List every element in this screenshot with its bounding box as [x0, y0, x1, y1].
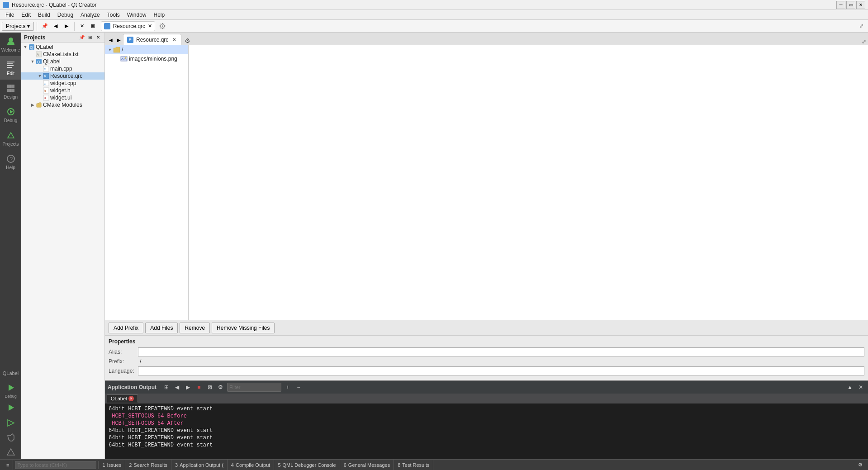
- close-all-button[interactable]: ⊠: [88, 21, 98, 31]
- menu-build[interactable]: Build: [34, 11, 54, 19]
- sidebar-item-projects[interactable]: Projects: [0, 127, 21, 150]
- properties-title: Properties: [109, 338, 864, 345]
- tree-arrow-widget-cpp: [37, 80, 43, 86]
- tree-item-main-cpp[interactable]: c main.cpp: [21, 65, 104, 72]
- add-prefix-button[interactable]: Add Prefix: [109, 323, 143, 333]
- svg-point-33: [125, 57, 127, 59]
- locate-input[interactable]: [15, 461, 96, 469]
- panel-close-btn[interactable]: ✕: [95, 34, 102, 41]
- tree-icon-widget-h: h: [43, 87, 49, 94]
- output-filter-input[interactable]: [227, 383, 281, 392]
- status-settings-btn[interactable]: ⚙: [855, 460, 865, 470]
- close-doc-button[interactable]: ✕: [77, 21, 87, 31]
- tree-item-widget-cpp[interactable]: c widget.cpp: [21, 80, 104, 87]
- output-panel-title: Application Output: [108, 384, 157, 390]
- back-button[interactable]: ◀: [51, 21, 61, 31]
- minimize-button[interactable]: ─: [836, 1, 845, 9]
- output-next-btn[interactable]: ▶: [184, 383, 193, 392]
- status-menu-btn[interactable]: ≡: [3, 460, 13, 470]
- menu-edit[interactable]: Edit: [18, 11, 34, 19]
- sidebar-item-help[interactable]: ? Help: [0, 150, 21, 174]
- tree-item-resource-qrc[interactable]: ▼ R Resource.qrc: [21, 72, 104, 80]
- menu-debug[interactable]: Debug: [54, 11, 77, 19]
- sidebar-item-bottom-1[interactable]: QLabel: [0, 365, 21, 381]
- output-tab-qlabel[interactable]: QLabel ✕: [107, 394, 138, 403]
- tab-resource-qrc[interactable]: R Resource.qrc ✕: [123, 34, 181, 45]
- sidebar-label-welcome: Welcome: [1, 47, 20, 52]
- sidebar-label-help: Help: [6, 165, 15, 170]
- output-to-pane-btn[interactable]: ⊞: [162, 383, 171, 392]
- output-stop-btn[interactable]: ■: [194, 383, 204, 392]
- tree-item-widget-ui[interactable]: u widget.ui: [21, 94, 104, 101]
- restore-button[interactable]: ▭: [846, 1, 855, 9]
- tree-item-cmake-modules[interactable]: ▶ CMake Modules: [21, 101, 104, 109]
- status-tab-general-messages[interactable]: 6 General Messages: [340, 460, 394, 470]
- sidebar-label-projects: Projects: [2, 142, 19, 147]
- status-tab-app-output[interactable]: 3 Application Output (: [171, 460, 228, 470]
- tab-nav-right[interactable]: ▶: [115, 35, 123, 45]
- panel-split-btn[interactable]: ⊞: [86, 34, 94, 41]
- output-tab-qlabel-label: QLabel: [111, 396, 127, 401]
- menu-file[interactable]: File: [2, 11, 18, 19]
- alias-input[interactable]: [138, 347, 864, 356]
- status-tab-qml-debugger[interactable]: 5 QML Debugger Console: [274, 460, 340, 470]
- tab-nav-left[interactable]: ◀: [107, 35, 115, 45]
- output-settings-btn[interactable]: ⚙: [216, 383, 225, 392]
- resource-tree-item-image[interactable]: images/minions.png: [105, 54, 188, 63]
- language-input[interactable]: [138, 366, 864, 375]
- tree-item-widget-h[interactable]: h widget.h: [21, 87, 104, 94]
- output-tab-close-qlabel[interactable]: ✕: [128, 396, 134, 401]
- editor-area: ◀ ▶ R Resource.qrc ✕ ⚙ ⤢ ▼: [105, 33, 868, 459]
- sidebar-item-stop[interactable]: [0, 430, 21, 445]
- svg-rect-8: [11, 89, 14, 92]
- remove-button[interactable]: Remove: [180, 323, 210, 333]
- add-files-button[interactable]: Add Files: [145, 323, 178, 333]
- close-button[interactable]: ✕: [856, 1, 865, 9]
- status-tab-search-results[interactable]: 2 Search Results: [125, 460, 171, 470]
- panel-pin-btn[interactable]: 📌: [78, 34, 85, 41]
- sidebar-item-debug[interactable]: Debug: [0, 103, 21, 127]
- output-add-btn[interactable]: +: [283, 383, 292, 392]
- resource-tree-item-prefix[interactable]: ▼ /: [105, 45, 188, 54]
- svg-text:c: c: [44, 81, 46, 85]
- tab-close-btn[interactable]: ✕: [171, 37, 177, 43]
- tab-wheel-btn[interactable]: ⚙: [183, 37, 191, 45]
- output-expand-btn[interactable]: ▲: [845, 383, 854, 392]
- sidebar-item-build[interactable]: [0, 445, 21, 459]
- sidebar-label-design: Design: [4, 95, 18, 100]
- status-tab-compile[interactable]: 4 Compile Output: [228, 460, 275, 470]
- menu-tools[interactable]: Tools: [104, 11, 123, 19]
- prop-row-language: Language:: [109, 366, 864, 375]
- sidebar-item-bottom-debug[interactable]: Debug: [0, 381, 21, 399]
- tab-bar: ◀ ▶ R Resource.qrc ✕ ⚙ ⤢: [105, 33, 868, 45]
- menu-help[interactable]: Help: [150, 11, 169, 19]
- close-tab-x[interactable]: ✕: [148, 23, 152, 29]
- sidebar-item-design[interactable]: Design: [0, 80, 21, 103]
- output-clear-btn[interactable]: ⊠: [205, 383, 214, 392]
- project-panel: Projects 📌 ⊞ ✕ ▼ Q QLabel A: [21, 33, 105, 459]
- projects-icon: [6, 130, 16, 140]
- output-remove-btn[interactable]: −: [294, 383, 303, 392]
- sidebar-item-edit[interactable]: Edit: [0, 56, 21, 80]
- tree-item-qlabel-root[interactable]: ▼ Q QLabel: [21, 43, 104, 51]
- pin-button[interactable]: 📌: [40, 21, 50, 31]
- projects-dropdown[interactable]: Projects ▾: [2, 22, 34, 31]
- expand-right-button[interactable]: ⤢: [856, 21, 866, 31]
- sidebar-label-edit: Edit: [7, 71, 14, 76]
- sidebar-item-run[interactable]: [0, 399, 21, 416]
- tree-item-cmakelists[interactable]: A CMakeLists.txt: [21, 51, 104, 58]
- status-tab-test-results[interactable]: 8 Test Results: [394, 460, 433, 470]
- status-tab-issues[interactable]: 1 Issues: [99, 460, 125, 470]
- sidebar-label-debug: Debug: [4, 118, 17, 123]
- output-prev-btn[interactable]: ◀: [173, 383, 182, 392]
- split-editor-btn[interactable]: ⤢: [860, 38, 868, 45]
- tree-item-qlabel-sub[interactable]: ▼ Q QLabel: [21, 58, 104, 65]
- sidebar-item-run-debug[interactable]: [0, 416, 21, 430]
- prop-label-prefix: Prefix:: [109, 358, 138, 365]
- sidebar-item-welcome[interactable]: Welcome: [0, 33, 21, 56]
- forward-button[interactable]: ▶: [62, 21, 71, 31]
- menu-window[interactable]: Window: [123, 11, 150, 19]
- menu-analyze[interactable]: Analyze: [77, 11, 104, 19]
- output-close-btn[interactable]: ✕: [856, 383, 865, 392]
- remove-missing-button[interactable]: Remove Missing Files: [212, 323, 275, 333]
